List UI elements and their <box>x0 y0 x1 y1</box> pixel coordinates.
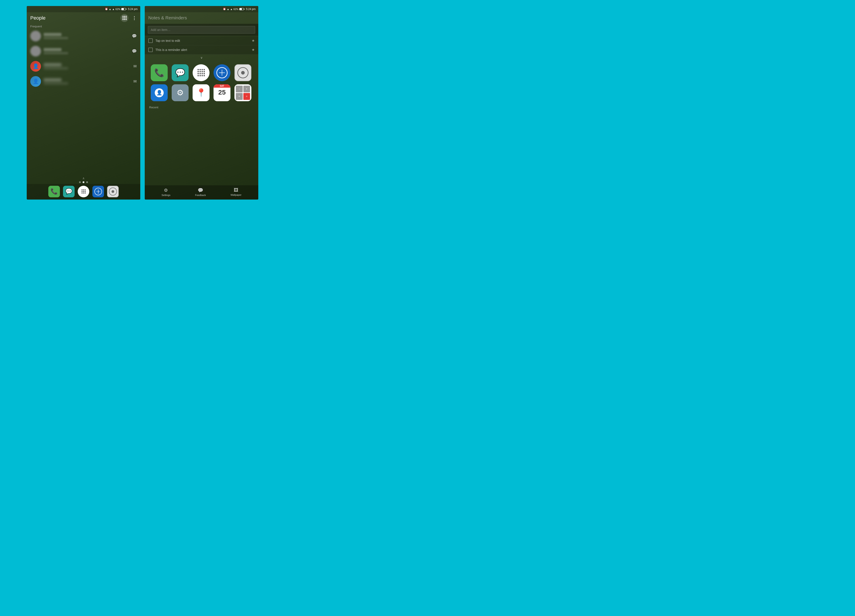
note-checkbox[interactable] <box>148 38 153 43</box>
settings-label: Settings <box>161 194 170 196</box>
expand-indicator[interactable]: ∨ <box>145 55 258 61</box>
dock-messages-icon[interactable]: 💬 <box>63 186 75 197</box>
calc-minus-icon: − <box>236 86 243 93</box>
notes-add-item-input[interactable]: Add an item… <box>148 26 255 34</box>
overflow-menu-icon[interactable]: ⋮ <box>132 15 137 21</box>
contact-detail <box>44 67 68 69</box>
note-text: This is a reminder alert <box>155 48 249 52</box>
message-action-icon[interactable]: 💬 <box>132 49 137 53</box>
wallpaper-icon: 🖼 <box>234 188 238 193</box>
wallpaper-bottom-item[interactable]: 🖼 Wallpaper <box>230 188 241 196</box>
app-icon-camera[interactable] <box>234 64 251 81</box>
contact-name <box>44 33 61 36</box>
chevron-down-icon: ∨ <box>201 56 202 60</box>
note-checkbox[interactable] <box>148 47 153 52</box>
messages-icon: 💬 <box>65 188 72 195</box>
status-time: 5:24 pm <box>246 8 256 11</box>
contact-item[interactable]: 👤 ✉ <box>27 59 140 74</box>
calendar-date-number: 25 <box>213 88 230 97</box>
contact-info <box>44 48 129 54</box>
crosshair-inner-icon <box>216 67 228 78</box>
app-drawer-button[interactable] <box>121 14 129 22</box>
feedback-label: Feedback <box>195 194 206 196</box>
dock-crosshair-icon[interactable] <box>92 186 104 197</box>
app-icon-drawer[interactable] <box>193 64 210 81</box>
contact-name <box>44 78 61 81</box>
status-time: 5:24 pm <box>128 8 138 11</box>
signal-icon: ▲ <box>112 8 115 11</box>
recent-section-label: Recent <box>145 105 258 110</box>
contact-name <box>44 48 61 51</box>
feedback-bottom-item[interactable]: 💬 Feedback <box>195 188 206 196</box>
signal-icon: ▲ <box>230 8 233 11</box>
note-item-1[interactable]: Tap on text to edit ★ <box>145 36 258 45</box>
messages-icon: 💬 <box>175 68 185 77</box>
crosshair-icon <box>94 188 102 195</box>
feedback-icon: 💬 <box>198 188 203 193</box>
left-app-bar: People ⋮ <box>27 12 140 24</box>
phone-icon: 📞 <box>51 188 58 195</box>
left-status-bar: ⏰ ▲ ▲ 62% 5:24 pm <box>27 6 140 12</box>
alarm-icon: ⏰ <box>105 8 108 11</box>
mail-action-icon[interactable]: ✉ <box>133 64 137 69</box>
left-phone-screen: ⏰ ▲ ▲ 62% 5:24 pm People ⋮ Frequent <box>27 6 140 200</box>
message-action-icon[interactable]: 💬 <box>132 34 137 38</box>
contact-list: 💬 💬 👤 ✉ 👤 <box>27 29 140 180</box>
contact-item[interactable]: 💬 <box>27 44 140 59</box>
settings-icon: ⚙ <box>164 188 168 193</box>
contact-detail <box>44 82 68 84</box>
app-icon-contacts[interactable]: 👤 <box>151 84 168 101</box>
right-app-bar: Notes & Reminders <box>145 12 258 24</box>
mail-action-icon[interactable]: ✉ <box>133 79 137 84</box>
avatar <box>30 46 41 57</box>
app-dock: 📞 💬 <box>27 184 140 200</box>
page-dot-active <box>83 181 84 183</box>
caret-up-icon: ∧ <box>83 176 84 180</box>
note-text: Tap on text to edit <box>155 39 249 43</box>
dock-camera-icon[interactable] <box>107 186 119 197</box>
person-icon: 👤 <box>155 88 164 97</box>
battery-percent: 62% <box>116 8 121 11</box>
star-icon[interactable]: ★ <box>251 38 255 43</box>
app-icon-calculator[interactable]: − + × = <box>234 84 251 101</box>
right-phone-screen: ⏰ ▲ ▲ 62% 5:24 pm Notes & Reminders Add … <box>145 6 258 200</box>
app-icon-calendar[interactable]: SAT 25 <box>213 84 230 101</box>
contact-detail <box>44 52 68 54</box>
notes-input-area: Add an item… <box>145 24 258 36</box>
app-icon-phone[interactable]: 📞 <box>151 64 168 81</box>
battery-icon <box>121 8 126 10</box>
app-grid: 📞 💬 👤 ⚙ <box>145 61 258 105</box>
page-indicator: ∧ <box>27 180 140 184</box>
contact-detail <box>44 37 68 39</box>
right-app-title: Notes & Reminders <box>148 15 187 20</box>
contact-item[interactable]: 👤 ✉ <box>27 74 140 89</box>
calc-equals-icon: = <box>244 93 250 100</box>
note-item-2[interactable]: This is a reminder alert ★ <box>145 45 258 55</box>
alarm-icon: ⏰ <box>223 8 226 11</box>
avatar: 👤 <box>30 61 41 72</box>
camera-icon <box>109 188 117 196</box>
right-status-bar: ⏰ ▲ ▲ 62% 5:24 pm <box>145 6 258 12</box>
app-icon-maps[interactable]: 📍 <box>193 84 210 101</box>
wallpaper-label: Wallpaper <box>230 194 241 196</box>
settings-bottom-item[interactable]: ⚙ Settings <box>161 188 170 196</box>
app-icon-messages[interactable]: 💬 <box>172 64 188 81</box>
battery-icon <box>239 8 244 10</box>
left-app-title: People <box>30 15 46 21</box>
right-bottom-bar: ⚙ Settings 💬 Feedback 🖼 Wallpaper <box>145 185 258 200</box>
battery-percent: 62% <box>234 8 239 11</box>
contact-item[interactable]: 💬 <box>27 29 140 44</box>
contact-info <box>44 63 131 69</box>
gear-icon: ⚙ <box>176 88 184 98</box>
contact-info <box>44 33 129 39</box>
app-icon-settings[interactable]: ⚙ <box>172 84 188 101</box>
wifi-icon: ▲ <box>109 8 111 11</box>
app-icon-crosshair[interactable] <box>213 64 230 81</box>
section-label-frequent: Frequent <box>27 24 140 29</box>
dock-app-drawer-icon[interactable] <box>78 186 89 197</box>
calc-plus-icon: + <box>244 86 250 93</box>
dock-phone-icon[interactable]: 📞 <box>48 186 60 197</box>
camera-lens-icon <box>238 67 248 78</box>
star-icon[interactable]: ★ <box>251 47 255 52</box>
phone-icon: 📞 <box>154 68 164 77</box>
